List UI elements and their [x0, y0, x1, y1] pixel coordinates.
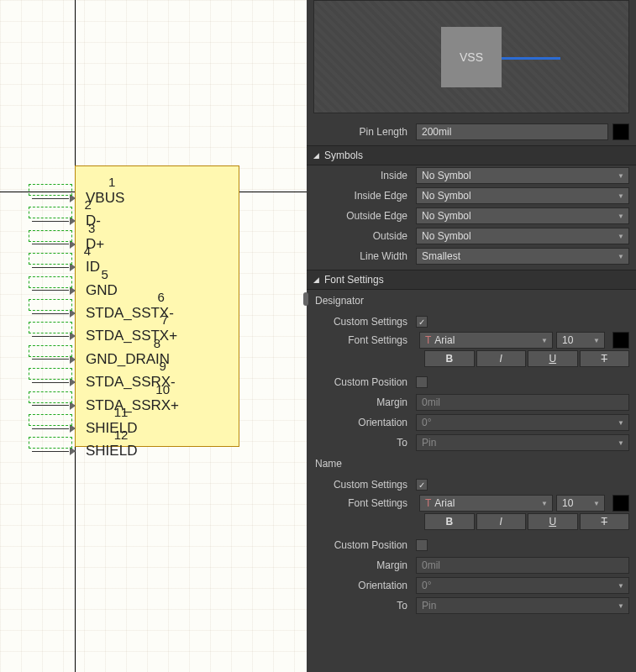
- d-orientation-label: Orientation: [307, 417, 416, 428]
- pin-9[interactable]: 9STDA_SSRX-: [32, 374, 176, 391]
- d-font-settings-label: Font Settings: [307, 334, 416, 346]
- n-custom-position-label: Custom Position: [307, 539, 416, 551]
- n-to-label: To: [307, 600, 416, 612]
- pin-selection-box: [29, 230, 72, 242]
- pin-selection-box: [29, 207, 72, 218]
- d-orientation-dropdown: 0°: [416, 414, 629, 431]
- n-orientation-label: Orientation: [307, 580, 416, 591]
- pin-line: [32, 221, 69, 222]
- inside-dropdown[interactable]: No Symbol: [416, 167, 629, 184]
- pin-selection-box: [29, 253, 72, 265]
- name-heading: Name: [307, 453, 636, 475]
- section-font[interactable]: Font Settings: [307, 270, 636, 290]
- line-width-label: Line Width: [307, 250, 416, 262]
- d-custom-settings-checkbox[interactable]: ✓: [416, 316, 428, 328]
- n-margin-label: Margin: [307, 559, 416, 571]
- pin-1[interactable]: 1VBUS: [32, 190, 124, 207]
- n-font-name-dropdown[interactable]: TArial: [419, 495, 553, 512]
- n-font-size-dropdown[interactable]: 10: [556, 495, 605, 512]
- schematic-canvas[interactable]: 1VBUS2D-3D+4ID5GND6STDA_SSTX-7STDA_SSTX+…: [0, 0, 307, 672]
- n-to-dropdown: Pin: [416, 597, 629, 614]
- properties-panel: VSS Pin Length Symbols InsideNo Symbol I…: [307, 0, 636, 672]
- pin-number: 4: [84, 244, 91, 258]
- pin-number: 8: [154, 336, 160, 350]
- pin-number: 10: [155, 382, 170, 396]
- pin-label: GND_DRAIN: [86, 351, 170, 368]
- d-to-dropdown: Pin: [416, 434, 629, 451]
- n-strike-button[interactable]: T: [580, 513, 630, 530]
- d-custom-position-label: Custom Position: [307, 376, 416, 388]
- pin-label: ID: [86, 259, 100, 276]
- n-custom-settings-checkbox[interactable]: ✓: [416, 479, 428, 491]
- d-font-size-dropdown[interactable]: 10: [556, 332, 605, 349]
- n-font-color-swatch[interactable]: [612, 495, 629, 512]
- pin-line: [32, 359, 69, 360]
- pin-selection-box: [29, 368, 72, 380]
- pin-label: SHIELD: [86, 443, 137, 459]
- pin-line: [32, 290, 69, 291]
- n-italic-button[interactable]: I: [476, 513, 527, 530]
- pin-line: [32, 244, 69, 244]
- outside-label: Outside: [307, 230, 416, 242]
- d-custom-settings-label: Custom Settings: [307, 316, 416, 328]
- pin-color-swatch[interactable]: [612, 123, 629, 140]
- pin-12[interactable]: 12SHIELD: [32, 443, 137, 459]
- n-underline-button[interactable]: U: [528, 513, 578, 530]
- line-width-dropdown[interactable]: Smallest: [416, 248, 629, 265]
- pin-selection-box: [29, 322, 72, 333]
- d-bold-button[interactable]: B: [424, 350, 475, 367]
- pin-line: [32, 336, 69, 337]
- d-margin-label: Margin: [307, 396, 416, 408]
- section-symbols[interactable]: Symbols: [307, 145, 636, 165]
- pin-number: 12: [114, 428, 129, 442]
- d-font-name-dropdown[interactable]: TArial: [419, 332, 553, 349]
- d-italic-button[interactable]: I: [476, 350, 527, 367]
- d-font-color-swatch[interactable]: [612, 332, 629, 349]
- schematic-component[interactable]: 1VBUS2D-3D+4ID5GND6STDA_SSTX-7STDA_SSTX+…: [75, 165, 239, 447]
- pin-selection-box: [29, 184, 72, 196]
- outside-edge-dropdown[interactable]: No Symbol: [416, 207, 629, 224]
- d-margin-input: [416, 394, 629, 411]
- designator-heading: Designator: [307, 290, 636, 312]
- pin-10[interactable]: 10STDA_SSRX+: [32, 397, 179, 414]
- pin-line: [32, 198, 69, 199]
- pin-number: 11: [114, 405, 129, 419]
- pin-length-label: Pin Length: [307, 126, 416, 138]
- pin-6[interactable]: 6STDA_SSTX-: [32, 305, 174, 322]
- d-custom-position-checkbox[interactable]: [416, 376, 428, 388]
- pin-8[interactable]: 8GND_DRAIN: [32, 351, 170, 368]
- pin-line: [32, 382, 69, 383]
- inside-edge-label: Inside Edge: [307, 190, 416, 202]
- pin-selection-box: [29, 345, 72, 357]
- pin-number: 6: [158, 290, 165, 304]
- pin-3[interactable]: 3D+: [32, 236, 104, 253]
- pin-length-input[interactable]: [416, 123, 608, 140]
- n-bold-button[interactable]: B: [424, 513, 475, 530]
- canvas-scroll-nub[interactable]: [303, 292, 308, 306]
- preview-pin-wire: [502, 57, 560, 60]
- pin-number: 1: [108, 175, 115, 189]
- pin-number: 7: [161, 312, 168, 327]
- d-strike-button[interactable]: T: [580, 350, 630, 367]
- outside-edge-label: Outside Edge: [307, 210, 416, 222]
- n-custom-position-checkbox[interactable]: [416, 539, 428, 551]
- d-underline-button[interactable]: U: [528, 350, 578, 367]
- pin-4[interactable]: 4ID: [32, 259, 100, 276]
- pin-label: STDA_SSRX+: [86, 397, 179, 414]
- pin-label: GND: [86, 282, 118, 299]
- pin-number: 3: [88, 221, 95, 235]
- d-to-label: To: [307, 437, 416, 449]
- n-custom-settings-label: Custom Settings: [307, 479, 416, 491]
- pin-selection-box: [29, 414, 72, 426]
- pin-number: 5: [101, 267, 108, 281]
- pin-number: 9: [159, 359, 166, 373]
- inside-edge-dropdown[interactable]: No Symbol: [416, 187, 629, 204]
- pin-selection-box: [29, 437, 72, 449]
- pin-label: SHIELD: [86, 420, 137, 437]
- pin-label: STDA_SSTX+: [86, 328, 177, 344]
- pin-selection-box: [29, 276, 72, 288]
- pin-number: 2: [85, 197, 92, 212]
- outside-dropdown[interactable]: No Symbol: [416, 228, 629, 244]
- pin-5[interactable]: 5GND: [32, 282, 118, 299]
- d-font-name-value: Arial: [434, 334, 455, 346]
